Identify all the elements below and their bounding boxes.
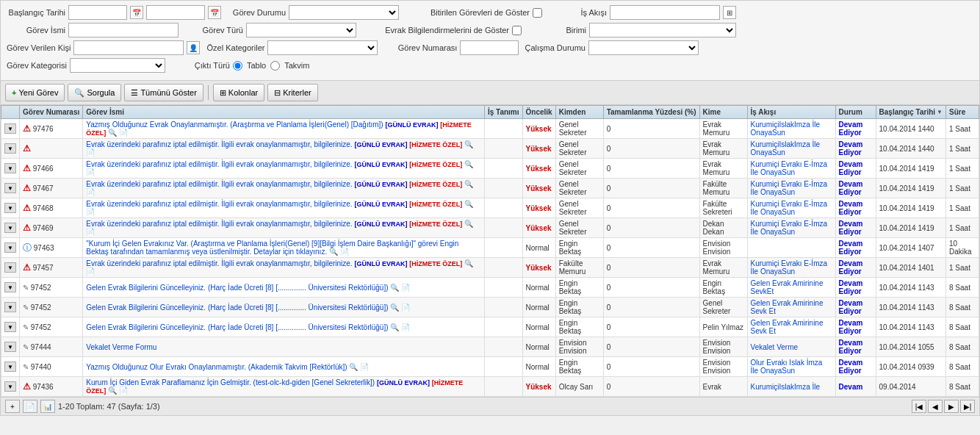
row-expand-btn[interactable]: ▼ bbox=[4, 123, 16, 134]
gorev-verilen-icon[interactable]: 👤 bbox=[187, 41, 200, 54]
akis-link[interactable]: Gelen Evrak Amirinine Sevk Et bbox=[751, 299, 824, 315]
baslangic-tarihi-input2[interactable] bbox=[146, 5, 205, 20]
akis-link[interactable]: Gelen Evrak Amirinine Sevk Et bbox=[751, 319, 824, 335]
col-header-name[interactable]: Görev İsmi bbox=[83, 106, 485, 119]
row-search-icon[interactable]: 🔍 bbox=[464, 200, 473, 208]
task-name-link[interactable]: "Kurum İçi Gelen Evrakınız Var. (Araştır… bbox=[86, 240, 458, 256]
akis-link[interactable]: Kurumiçi Evrakı E-İmza İle OnayaSun bbox=[751, 160, 827, 176]
row-green-icon[interactable]: 📄 bbox=[86, 148, 95, 157]
row-expand-btn[interactable]: ▼ bbox=[4, 203, 16, 213]
task-name-link[interactable]: Gelen Evrak Bilgilerini Güncelleyiniz. (… bbox=[86, 323, 388, 331]
akis-link[interactable]: Vekalet Verme bbox=[751, 343, 798, 351]
row-green-icon[interactable]: 📄 bbox=[401, 303, 410, 312]
task-name-link[interactable]: Gelen Evrak Bilgilerini Güncelleyiniz. (… bbox=[86, 284, 388, 292]
row-expand-btn[interactable]: ▼ bbox=[4, 242, 16, 253]
kolonlar-button[interactable]: ⊞ Kolonlar bbox=[213, 84, 264, 101]
row-search-icon[interactable]: 🔍 bbox=[349, 363, 358, 371]
akis-link[interactable]: KurumiçiIslakImza İle OnayaSun bbox=[751, 140, 820, 157]
row-green-icon[interactable]: 📄 bbox=[86, 267, 95, 276]
baslangic-tarihi-calendar-icon[interactable]: 📅 bbox=[130, 6, 143, 19]
baslangic-tarihi-input[interactable] bbox=[68, 5, 127, 20]
row-search-icon[interactable]: 🔍 bbox=[329, 248, 338, 256]
row-search-icon[interactable]: 🔍 bbox=[464, 140, 473, 148]
status-btn-1[interactable]: + bbox=[5, 400, 20, 413]
task-name-link[interactable]: Evrak üzerindeki parafınız iptal edilmiş… bbox=[86, 140, 352, 148]
col-header-tamamlanma[interactable]: Tamamlanma Yüzdesi (%) bbox=[603, 106, 699, 119]
task-name-link[interactable]: Vekalet Verme Formu bbox=[86, 343, 156, 351]
akis-link[interactable]: Kurumiçi Evrakı E-İmza İle OnayaSun bbox=[751, 180, 827, 196]
akis-link[interactable]: Olur Evrakı Islak İmza İle OnayaSun bbox=[751, 359, 823, 375]
calisma-durumu-select[interactable] bbox=[588, 40, 699, 55]
tablo-radio[interactable] bbox=[233, 61, 242, 71]
row-search-icon[interactable]: 🔍 bbox=[464, 180, 473, 188]
akis-link[interactable]: Kurumiçi Evrakı E-İmza İle OnayaSun bbox=[751, 200, 827, 216]
row-search-icon[interactable]: 🔍 bbox=[390, 303, 399, 312]
ozel-kategoriler-select[interactable] bbox=[267, 40, 378, 55]
col-header-baslangic[interactable]: Başlangıç Tarihi ▼ bbox=[876, 106, 945, 119]
row-green-icon[interactable]: 📄 bbox=[86, 168, 95, 176]
kriterler-button[interactable]: ⊟ Kriterler bbox=[267, 84, 318, 101]
evrak-bilgi-checkbox[interactable] bbox=[512, 26, 522, 35]
row-green-icon[interactable]: 📄 bbox=[340, 248, 349, 256]
page-prev[interactable]: ◀ bbox=[928, 400, 943, 413]
task-name-link[interactable]: Yazmış Olduğunuz Evrak Onaylanmamıştır. … bbox=[86, 121, 383, 129]
status-btn-2[interactable]: 📄 bbox=[23, 400, 37, 413]
col-header-akis[interactable]: İş Akışı bbox=[747, 106, 835, 119]
row-green-icon[interactable]: 📄 bbox=[401, 284, 410, 292]
baslangic-tarihi-calendar-icon2[interactable]: 📅 bbox=[208, 6, 221, 19]
row-expand-btn[interactable]: ▼ bbox=[4, 342, 16, 352]
row-search-icon[interactable]: 🔍 bbox=[390, 284, 399, 292]
akis-link[interactable]: Kurumiçi Evrakı E-İmza İle OnayaSun bbox=[751, 220, 827, 236]
tumunu-goster-button[interactable]: ☰ Tümünü Göster bbox=[124, 84, 203, 101]
akis-link[interactable]: Gelen Evrak Amirinine SevkEt bbox=[751, 279, 824, 295]
is-akisi-icon[interactable]: ⊞ bbox=[723, 6, 736, 19]
task-name-link[interactable]: Gelen Evrak Bilgilerini Güncelleyiniz. (… bbox=[86, 303, 388, 312]
gorev-kategorisi-select[interactable] bbox=[70, 58, 165, 73]
col-header-oncelik[interactable]: Öncelik bbox=[522, 106, 555, 119]
task-name-link[interactable]: Evrak üzerindeki parafınız iptal edilmiş… bbox=[86, 180, 352, 188]
col-header-kimden[interactable]: Kimden bbox=[555, 106, 603, 119]
row-search-icon[interactable]: 🔍 bbox=[464, 160, 473, 168]
row-expand-btn[interactable]: ▼ bbox=[4, 362, 16, 372]
col-header-is[interactable]: İş Tanımı bbox=[484, 106, 522, 119]
task-name-link[interactable]: Yazmış Olduğunuz Olur Evrakı Onaylanmamı… bbox=[86, 363, 347, 371]
akis-link[interactable]: KurumiçiIslakImza İle bbox=[751, 383, 820, 391]
bitirilen-checkbox[interactable] bbox=[533, 8, 542, 18]
birimi-select[interactable] bbox=[589, 23, 736, 37]
row-search-icon[interactable]: 🔍 bbox=[464, 259, 473, 267]
page-next[interactable]: ▶ bbox=[944, 400, 959, 413]
row-green-icon[interactable]: 📄 bbox=[86, 208, 95, 216]
col-header-kime[interactable]: Kime bbox=[699, 106, 747, 119]
row-expand-btn[interactable]: ▼ bbox=[4, 282, 16, 292]
gorev-durumu-select[interactable] bbox=[289, 5, 399, 20]
page-last[interactable]: ▶| bbox=[960, 400, 975, 413]
takvim-radio[interactable] bbox=[270, 61, 280, 71]
row-green-icon[interactable]: 📄 bbox=[119, 387, 128, 395]
row-green-icon[interactable]: 📄 bbox=[86, 188, 95, 196]
row-green-icon[interactable]: 📄 bbox=[119, 129, 128, 137]
task-name-link[interactable]: Evrak üzerindeki parafınız iptal edilmiş… bbox=[86, 160, 352, 168]
row-expand-btn[interactable]: ▼ bbox=[4, 183, 16, 193]
col-header-sure[interactable]: Süre bbox=[946, 106, 979, 119]
col-header-num[interactable]: Görev Numarası bbox=[20, 106, 83, 119]
row-green-icon[interactable]: 📄 bbox=[360, 363, 369, 371]
gorev-turu-select[interactable] bbox=[246, 23, 356, 37]
is-akisi-input[interactable] bbox=[610, 5, 720, 20]
task-name-link[interactable]: Kurum İçi Giden Evrak Paraflamanız İçin … bbox=[86, 378, 375, 387]
sorgula-button[interactable]: 🔍 Sorgula bbox=[68, 84, 121, 101]
row-expand-btn[interactable]: ▼ bbox=[4, 262, 16, 273]
page-first[interactable]: |◀ bbox=[912, 400, 926, 413]
akis-link[interactable]: KurumiçiIslakImza İle OnayaSun bbox=[751, 121, 820, 137]
row-search-icon[interactable]: 🔍 bbox=[108, 129, 117, 137]
col-header-durum[interactable]: Durum bbox=[835, 106, 876, 119]
gorev-numarasi-input[interactable] bbox=[460, 40, 519, 55]
task-name-link[interactable]: Evrak üzerindeki parafınız iptal edilmiş… bbox=[86, 200, 352, 208]
row-search-icon[interactable]: 🔍 bbox=[108, 387, 117, 395]
task-name-link[interactable]: Evrak üzerindeki parafınız iptal edilmiş… bbox=[86, 220, 352, 228]
row-expand-btn[interactable]: ▼ bbox=[4, 223, 16, 233]
row-search-icon[interactable]: 🔍 bbox=[464, 220, 473, 228]
row-green-icon[interactable]: 📄 bbox=[401, 323, 410, 331]
gorev-ismi-input[interactable] bbox=[68, 23, 179, 37]
row-expand-btn[interactable]: ▼ bbox=[4, 143, 16, 154]
yeni-gorev-button[interactable]: + Yeni Görev bbox=[5, 84, 65, 101]
